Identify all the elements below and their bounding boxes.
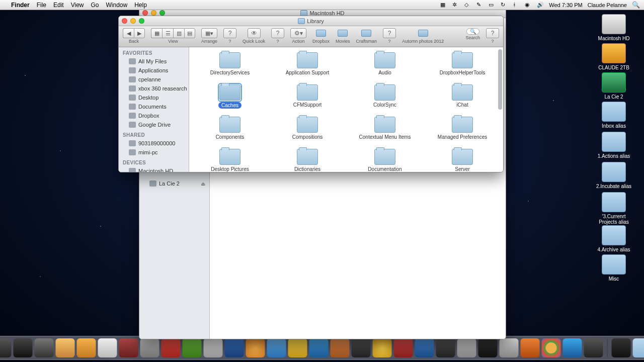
folder-item[interactable]: Application Support (269, 52, 346, 84)
sidebar-item[interactable]: Dropbox (119, 111, 189, 120)
folder-item[interactable]: CFMSupport (269, 84, 346, 117)
window-titlebar[interactable]: Library (119, 16, 503, 26)
quicklook-button[interactable]: 👁 (248, 28, 261, 38)
zoom-button[interactable] (159, 10, 165, 16)
help-button[interactable]: ? (383, 28, 396, 38)
menu-view[interactable]: View (71, 2, 84, 9)
evernote-icon[interactable]: ✎ (476, 2, 484, 9)
minimize-button[interactable] (130, 18, 136, 24)
sync-icon[interactable]: ✲ (452, 2, 459, 9)
forward-button[interactable]: ▶ (134, 28, 145, 38)
menu-user[interactable]: Claude Pelanne (588, 2, 627, 8)
action-button[interactable]: ⚙▾ (290, 28, 306, 38)
traffic-lights[interactable] (142, 10, 165, 16)
folder-item[interactable]: Dictionaries (269, 149, 346, 172)
dock-item[interactable] (521, 338, 540, 357)
movies-folder-button[interactable] (336, 28, 349, 38)
dock-item[interactable] (246, 338, 265, 357)
dock-item[interactable] (0, 338, 12, 357)
sidebar-device-lacie[interactable]: La Cie 2 ⏏ (139, 179, 209, 188)
view-coverflow-button[interactable]: ▤ (184, 28, 195, 38)
dock-item[interactable] (309, 338, 329, 357)
view-column-button[interactable]: ▥ (173, 28, 184, 38)
back-button[interactable]: ◀ (123, 28, 134, 38)
folder-item[interactable]: Managed Preferences (424, 117, 501, 149)
dock-item[interactable] (98, 338, 117, 357)
timemachine-icon[interactable]: ↻ (501, 2, 508, 9)
desktop-icon[interactable]: Macintosh HD (594, 14, 634, 41)
menu-clock[interactable]: Wed 7:30 PM (549, 2, 582, 8)
menu-go[interactable]: Go (91, 2, 99, 9)
folder-grid[interactable]: DirectoryServicesApplication SupportAudi… (189, 47, 503, 172)
dock-item[interactable] (633, 338, 645, 357)
dock-item[interactable] (394, 338, 413, 357)
dropbox-folder-button[interactable] (314, 28, 328, 38)
close-button[interactable] (122, 18, 127, 24)
dock-item[interactable] (56, 338, 75, 357)
sidebar-item[interactable]: Documents (119, 102, 189, 111)
help-button[interactable]: ? (223, 28, 236, 38)
dock-item[interactable] (415, 338, 434, 357)
folder-item[interactable]: Documentation (346, 149, 424, 172)
folder-item[interactable]: Audio (346, 52, 424, 84)
folder-item[interactable]: Components (191, 117, 269, 149)
sidebar-item[interactable]: cpelanne (119, 75, 189, 84)
desktop-icon[interactable]: La Cie 2 (594, 72, 634, 100)
search-field[interactable]: 🔍 (466, 28, 479, 35)
sidebar-item[interactable]: Desktop (119, 93, 189, 102)
dock-item[interactable] (373, 338, 392, 357)
desktop-icon[interactable]: Misc (594, 254, 634, 282)
desktop-icon[interactable]: 4.Archive alias (594, 225, 634, 252)
folder-item[interactable]: ColorSync (346, 84, 424, 117)
menu-edit[interactable]: Edit (53, 2, 64, 9)
wifi-icon[interactable]: ◉ (525, 2, 532, 9)
folder-item[interactable]: Server (424, 149, 501, 172)
folder-item[interactable]: Caches (191, 84, 269, 117)
dock-item[interactable] (563, 338, 582, 357)
eject-icon[interactable]: ⏏ (201, 181, 205, 187)
dock-item[interactable] (225, 338, 244, 357)
folder-item[interactable]: DirectoryServices (191, 52, 269, 84)
dock-item[interactable] (542, 338, 561, 357)
help-button[interactable]: ? (271, 28, 284, 38)
dock-item[interactable] (35, 338, 54, 357)
view-icon-button[interactable]: ▦ (151, 28, 162, 38)
folder-item[interactable]: Contextual Menu Items (346, 117, 424, 149)
display-icon[interactable]: ▭ (489, 2, 496, 9)
desktop-icon[interactable]: 1.Actions alias (594, 132, 634, 159)
spotlight-icon[interactable]: 🔍 (632, 1, 640, 9)
dock-item[interactable] (119, 338, 138, 357)
folder-item[interactable]: Desktop Pictures (191, 149, 269, 172)
dock-item[interactable] (612, 338, 631, 357)
dock-item[interactable] (14, 338, 33, 357)
dock[interactable] (0, 336, 644, 360)
sidebar-item[interactable]: Google Drive (119, 120, 189, 129)
craftsman-folder-button[interactable] (360, 28, 373, 38)
dock-item[interactable] (331, 338, 350, 357)
close-button[interactable] (142, 10, 148, 16)
desktop-icon[interactable]: Inbox alias (594, 102, 634, 129)
finder-window-front[interactable]: Library ◀ ▶ Back ▦ ☰ ▥ ▤ View ▦▾ Arrange… (118, 16, 504, 172)
folder-item[interactable]: iChat (424, 84, 501, 117)
menu-file[interactable]: File (37, 2, 46, 9)
folder-item[interactable]: DropboxHelperTools (424, 52, 501, 84)
scrollbar-thumb[interactable] (498, 49, 502, 110)
desktop-icon[interactable]: '3.Currenrt Projects alias (594, 192, 634, 225)
dock-item[interactable] (457, 338, 476, 357)
zoom-button[interactable] (139, 18, 144, 24)
dock-item[interactable] (267, 338, 286, 357)
dock-item[interactable] (288, 338, 307, 357)
folder-item[interactable]: Compositions (269, 117, 346, 149)
sidebar-item[interactable]: All My Files (119, 57, 189, 66)
dock-item[interactable] (204, 338, 223, 357)
traffic-lights[interactable] (122, 18, 144, 24)
sidebar-item[interactable]: 903189000000 (119, 139, 189, 148)
menu-help[interactable]: Help (134, 2, 147, 9)
sidebar-item[interactable]: xbox 360 reasearch (119, 84, 189, 93)
volume-icon[interactable]: 🔊 (537, 2, 544, 9)
dock-item[interactable] (352, 338, 371, 357)
app-name[interactable]: Finder (11, 2, 30, 9)
help-button[interactable]: ? (486, 28, 499, 38)
desktop-icon[interactable]: 2.Incubate alias (594, 162, 634, 189)
minimize-button[interactable] (151, 10, 156, 16)
